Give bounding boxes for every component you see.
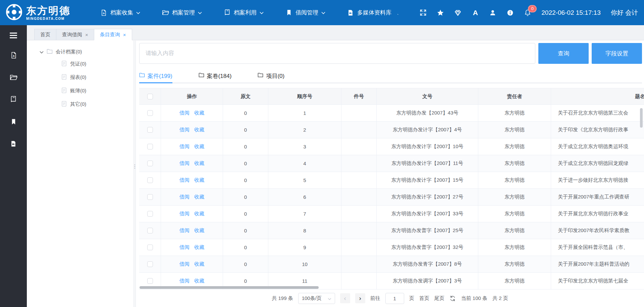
sidebar-media-file-icon[interactable] <box>9 140 17 148</box>
info-icon[interactable] <box>506 9 514 16</box>
favorite-link[interactable]: 收藏 <box>194 160 204 167</box>
sidebar-folder-open-icon[interactable] <box>9 73 17 81</box>
tab-cases[interactable]: 案件(199) <box>139 69 172 83</box>
row-checkbox[interactable] <box>147 228 153 233</box>
row-checkbox[interactable] <box>147 278 153 284</box>
favorite-link[interactable]: 收藏 <box>194 177 204 183</box>
cell-seq: 7 <box>268 206 341 222</box>
menu-label: 档案收集 <box>110 9 133 16</box>
tab-projects[interactable]: 项目(0) <box>258 69 284 83</box>
tab-volumes[interactable]: 案卷(184) <box>199 69 232 83</box>
table-row: 借阅收藏 0 4 东方明德办发计字【2007】11号 东方明德 关于成立北京东方… <box>139 155 644 172</box>
sidebar-book-icon[interactable] <box>9 95 17 103</box>
horizontal-scrollbar[interactable] <box>140 286 319 289</box>
app-window: 东方明德 MINGDEDATA.COM A 档案收集 档案管理 <box>0 0 644 307</box>
borrow-link[interactable]: 借阅 <box>179 127 190 133</box>
next-page-button[interactable]: › <box>355 293 365 303</box>
close-icon[interactable]: × <box>85 32 88 37</box>
notifications-bell[interactable]: 0 <box>524 9 531 16</box>
font-size-icon[interactable]: A <box>472 9 479 16</box>
borrow-link[interactable]: 借阅 <box>179 278 190 284</box>
query-button[interactable]: 查询 <box>538 43 589 64</box>
favorite-link[interactable]: 收藏 <box>194 244 204 251</box>
tree-node-report[interactable]: 报表(0) <box>27 71 133 84</box>
close-icon[interactable]: × <box>123 32 126 37</box>
field-settings-button[interactable]: 字段设置 <box>592 43 642 64</box>
refresh-icon[interactable] <box>449 295 456 302</box>
favorite-link[interactable]: 收藏 <box>194 127 204 133</box>
menu-archive-manage[interactable]: 档案管理 <box>162 9 202 16</box>
cell-item-no <box>341 105 377 121</box>
vertical-scrollbar[interactable] <box>640 108 643 128</box>
select-all-checkbox[interactable] <box>147 94 153 99</box>
cell-item-no <box>341 122 377 138</box>
menu-media-library[interactable]: 多媒体资料库 <box>347 9 391 16</box>
menu-toggle-icon[interactable] <box>10 33 17 40</box>
menu-label: 多媒体资料库 <box>357 9 391 16</box>
favorite-link[interactable]: 收藏 <box>194 227 204 234</box>
borrow-link[interactable]: 借阅 <box>179 160 190 167</box>
user-icon[interactable] <box>489 9 496 16</box>
cell-seq: 8 <box>268 222 341 239</box>
row-checkbox[interactable] <box>147 144 153 149</box>
sidebar-bookmark-icon[interactable] <box>9 118 17 126</box>
cell-title: 关于成立北京东方明德奥运环境 <box>551 138 644 155</box>
fullscreen-icon[interactable] <box>419 9 427 16</box>
menu-archive-use[interactable]: 档案利用 <box>223 9 264 16</box>
panel-splitter[interactable]: ••• <box>133 41 136 307</box>
tab-label: 首页 <box>40 32 50 38</box>
gem-icon[interactable] <box>454 9 462 16</box>
first-page-button[interactable]: 首页 <box>419 295 429 302</box>
borrow-link[interactable]: 借阅 <box>179 261 190 267</box>
menu-borrow-manage[interactable]: 借阅管理 <box>285 9 325 16</box>
favorite-link[interactable]: 收藏 <box>194 194 204 200</box>
menu-archive-collect[interactable]: A 档案收集 <box>100 9 140 16</box>
favorite-link[interactable]: 收藏 <box>194 143 204 150</box>
borrow-link[interactable]: 借阅 <box>179 211 190 217</box>
page-number-input[interactable] <box>385 293 404 304</box>
borrow-link[interactable]: 借阅 <box>179 177 190 183</box>
tree-node-ledger[interactable]: 账簿(0) <box>27 84 133 97</box>
borrow-link[interactable]: 借阅 <box>179 194 190 200</box>
page-size-select[interactable]: 100条/页 <box>298 293 335 304</box>
sidebar-file-collect-icon[interactable]: A <box>9 51 17 59</box>
row-checkbox[interactable] <box>147 161 153 166</box>
search-input[interactable] <box>139 43 535 64</box>
tree-node-voucher[interactable]: 凭证(0) <box>27 57 133 71</box>
brand-logo: 东方明德 MINGDEDATA.COM <box>5 3 85 22</box>
tab-query-borrow[interactable]: 查询借阅 × <box>56 29 94 40</box>
borrow-link[interactable]: 借阅 <box>179 143 190 150</box>
document-icon <box>61 74 67 81</box>
cell-item-no <box>341 155 377 172</box>
row-checkbox[interactable] <box>147 194 153 200</box>
row-checkbox[interactable] <box>147 261 153 267</box>
cell-responsible: 东方明德 <box>478 239 551 256</box>
row-checkbox[interactable] <box>147 177 153 183</box>
cell-doc-no: 东方明德办发普字【2007】25号 <box>377 222 478 239</box>
tree-node-other[interactable]: 其它(0) <box>27 97 133 111</box>
row-checkbox[interactable] <box>147 211 153 217</box>
borrow-link[interactable]: 借阅 <box>179 244 190 251</box>
search-bar: 查询 字段设置 <box>139 43 642 64</box>
tree-node-accounting-archive[interactable]: 会计档案(0) <box>27 46 133 57</box>
folder-icon <box>199 73 204 79</box>
prev-page-button[interactable]: ‹ <box>340 293 350 303</box>
favorite-link[interactable]: 收藏 <box>194 261 204 267</box>
star-icon[interactable] <box>437 9 444 16</box>
row-checkbox[interactable] <box>147 127 153 133</box>
borrow-link[interactable]: 借阅 <box>179 110 190 116</box>
row-checkbox[interactable] <box>147 245 153 250</box>
last-page-button[interactable]: 尾页 <box>434 295 444 302</box>
tab-label: 查询借阅 <box>62 32 82 38</box>
favorite-link[interactable]: 收藏 <box>194 278 204 284</box>
row-checkbox[interactable] <box>147 110 153 116</box>
favorite-link[interactable]: 收藏 <box>194 211 204 217</box>
cell-item-no <box>341 222 377 239</box>
col-item-no: 件号 <box>341 88 377 104</box>
current-count: 当前 100 条 <box>461 295 487 302</box>
borrow-link[interactable]: 借阅 <box>179 227 190 234</box>
tab-entry-query[interactable]: 条目查询 × <box>94 29 132 40</box>
chevron-down-icon <box>136 9 140 16</box>
favorite-link[interactable]: 收藏 <box>194 110 204 116</box>
tab-home[interactable]: 首页 <box>34 29 56 40</box>
